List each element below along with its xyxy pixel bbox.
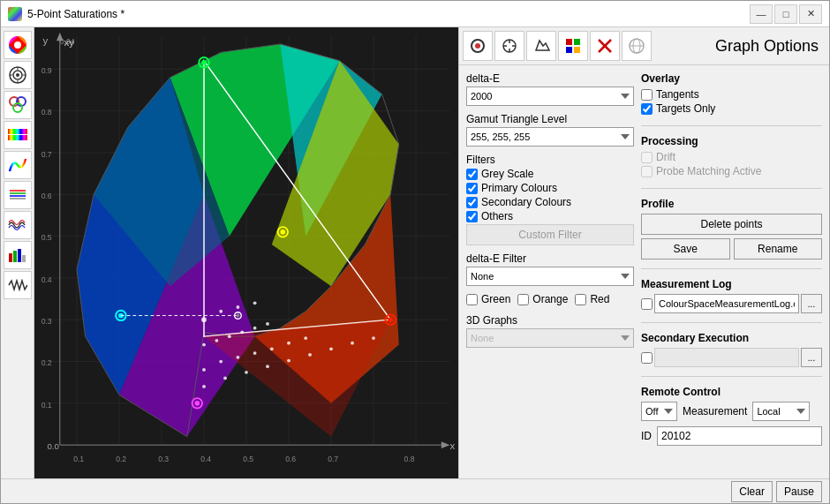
- svg-text:0.9: 0.9: [42, 66, 52, 75]
- id-label: ID: [641, 430, 652, 442]
- panel-btn-3[interactable]: [526, 31, 556, 61]
- primary-colours-checkbox[interactable]: [466, 183, 478, 194]
- save-button[interactable]: Save: [641, 238, 730, 260]
- svg-text:0.2: 0.2: [116, 455, 126, 463]
- measurement-log-input[interactable]: [654, 294, 799, 313]
- red-label[interactable]: Red: [590, 293, 609, 305]
- svg-text:0.3: 0.3: [158, 455, 169, 463]
- measurement-log-label: Measurement Log: [641, 278, 822, 290]
- minimize-button[interactable]: —: [750, 4, 773, 24]
- svg-point-57: [270, 347, 274, 350]
- svg-text:0.0: 0.0: [47, 441, 58, 451]
- measurement-log-row: ...: [641, 294, 822, 313]
- delta-e-filter-select-wrapper: None 0.5 1.0 2.0: [466, 267, 634, 286]
- measurement-log-checkbox[interactable]: [641, 298, 653, 310]
- remote-off-select[interactable]: Off On: [641, 402, 677, 421]
- svg-point-65: [308, 353, 312, 357]
- panel-toolbar-icons: [463, 31, 652, 61]
- multiline-icon[interactable]: [4, 181, 32, 209]
- grey-scale-checkbox[interactable]: [466, 169, 478, 180]
- bar-chart-icon[interactable]: [4, 241, 32, 269]
- targets-only-label[interactable]: Targets Only: [656, 102, 715, 115]
- delta-e-label: delta-E: [466, 72, 634, 85]
- svg-rect-18: [9, 253, 12, 262]
- svg-rect-21: [22, 255, 26, 262]
- processing-label: Processing: [641, 135, 822, 147]
- svg-point-72: [280, 229, 285, 235]
- divider-2: [641, 188, 822, 189]
- pause-button[interactable]: Pause: [776, 481, 822, 502]
- measurement-log-browse-button[interactable]: ...: [801, 294, 822, 313]
- svg-text:0.4: 0.4: [42, 275, 52, 284]
- green-label[interactable]: Green: [481, 293, 510, 305]
- close-button[interactable]: ✕: [799, 4, 822, 24]
- color-wheel-icon[interactable]: [4, 31, 32, 59]
- svg-text:0.6: 0.6: [42, 192, 52, 200]
- svg-text:0.5: 0.5: [42, 233, 52, 242]
- id-section: ID: [641, 426, 822, 446]
- delta-e-filter-select[interactable]: None 0.5 1.0 2.0: [466, 267, 634, 286]
- gradient-h-icon[interactable]: [4, 121, 32, 149]
- sine-wave-icon[interactable]: [4, 211, 32, 239]
- svg-point-52: [266, 322, 269, 326]
- svg-text:xy: xy: [64, 37, 75, 48]
- rename-button[interactable]: Rename: [734, 238, 823, 260]
- three-d-graphs-select[interactable]: None: [466, 328, 634, 348]
- panel-btn-2[interactable]: [494, 31, 524, 61]
- secondary-execution-browse-button[interactable]: ...: [801, 348, 822, 367]
- svg-text:x: x: [449, 440, 455, 451]
- svg-text:y: y: [43, 35, 49, 46]
- orange-checkbox[interactable]: [517, 294, 529, 305]
- svg-point-55: [236, 356, 239, 359]
- svg-point-4: [16, 73, 19, 77]
- gamut-triangle-select[interactable]: 255, 255, 255 128, 128, 128: [466, 127, 634, 147]
- remote-local-select[interactable]: Local Remote: [752, 402, 810, 421]
- grey-scale-label[interactable]: Grey Scale: [481, 168, 533, 180]
- red-checkbox[interactable]: [575, 294, 586, 305]
- svg-point-53: [202, 368, 206, 372]
- targets-only-checkbox[interactable]: [641, 103, 653, 115]
- maximize-button[interactable]: □: [774, 4, 797, 24]
- target2-icon[interactable]: [4, 61, 32, 89]
- svg-text:0.4: 0.4: [200, 455, 211, 463]
- svg-point-74: [388, 317, 393, 322]
- wave-spectrum-icon[interactable]: [4, 151, 32, 179]
- panel-btn-5[interactable]: [590, 31, 620, 61]
- drift-checkbox: [641, 152, 653, 163]
- profile-section: Profile Delete points Save Rename: [641, 198, 822, 260]
- divider-4: [641, 322, 822, 323]
- divider-5: [641, 376, 822, 377]
- title-bar: 5-Point Saturations * — □ ✕: [1, 1, 829, 27]
- others-label[interactable]: Others: [481, 210, 513, 222]
- id-input[interactable]: [657, 426, 822, 446]
- drift-row: Drift: [641, 151, 822, 163]
- filter-icon[interactable]: [4, 91, 32, 119]
- delete-points-button[interactable]: Delete points: [641, 214, 822, 235]
- secondary-execution-checkbox[interactable]: [641, 352, 653, 364]
- right-column: Overlay Tangents Targets Only Pr: [641, 72, 822, 471]
- tangents-checkbox[interactable]: [641, 89, 653, 101]
- divider-3: [641, 268, 822, 269]
- remote-control-label: Remote Control: [641, 386, 822, 398]
- green-checkbox[interactable]: [466, 294, 478, 305]
- orange-label[interactable]: Orange: [532, 293, 568, 305]
- panel-btn-1[interactable]: [463, 31, 493, 61]
- delta-e-filter-label: delta-E Filter: [466, 252, 634, 265]
- svg-point-60: [202, 385, 206, 388]
- title-bar-left: 5-Point Saturations *: [8, 7, 124, 21]
- primary-colours-label[interactable]: Primary Colours: [481, 182, 557, 194]
- waveform2-icon[interactable]: [4, 271, 32, 299]
- green-row: Green: [466, 293, 510, 305]
- tangents-label[interactable]: Tangents: [656, 88, 699, 101]
- delta-e-select[interactable]: 2000 94 76: [466, 87, 634, 106]
- panel-btn-4[interactable]: [558, 31, 588, 61]
- clear-button[interactable]: Clear: [731, 481, 773, 502]
- secondary-colours-label[interactable]: Secondary Colours: [481, 196, 571, 208]
- others-checkbox[interactable]: [466, 211, 478, 222]
- svg-point-109: [475, 43, 480, 49]
- svg-point-62: [245, 371, 248, 374]
- panel-btn-6[interactable]: [622, 31, 652, 61]
- secondary-execution-row: ...: [641, 348, 822, 367]
- secondary-colours-checkbox[interactable]: [466, 197, 478, 208]
- graph-container[interactable]: x y 0.0 0.1 0.2 0.3 0.4 0.5 0.6 0.7 0.8 …: [34, 27, 458, 478]
